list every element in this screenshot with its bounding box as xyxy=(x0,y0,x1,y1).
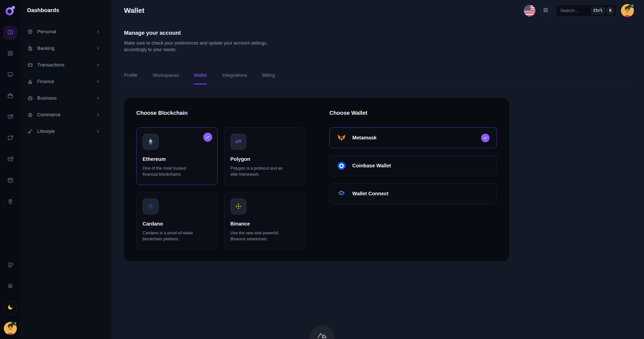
chevron-left-icon xyxy=(96,79,100,84)
tab-integrations[interactable]: Integrations xyxy=(222,72,247,84)
webcam-icon xyxy=(7,198,14,206)
rail-item-mail[interactable] xyxy=(3,153,17,167)
tab-workspaces[interactable]: Workspaces xyxy=(153,72,179,84)
coinbase-icon xyxy=(337,161,346,171)
selected-check-icon xyxy=(481,134,490,142)
chevron-left-icon xyxy=(96,29,100,34)
rail-item-apps[interactable] xyxy=(3,47,17,61)
blockchain-grid: Ethereum One of the most trusted financi… xyxy=(136,127,305,250)
sidebar-item-finance[interactable]: Finance xyxy=(27,77,111,87)
choose-wallet-section: Choose Wallet Metamask Coinbase Walle xyxy=(329,110,497,250)
wallet-option-walletconnect[interactable]: Wallet Connect xyxy=(329,183,497,204)
blockchain-name: Binance xyxy=(230,221,299,227)
chevron-left-icon xyxy=(96,129,100,134)
rail-item-dashboards[interactable] xyxy=(3,26,17,40)
gear-icon xyxy=(7,283,14,290)
search-input[interactable] xyxy=(560,8,589,13)
swatches-icon xyxy=(7,262,14,269)
wallet-option-metamask[interactable]: Metamask xyxy=(329,127,497,148)
icon-rail xyxy=(0,0,21,339)
section-heading: Manage your account xyxy=(124,30,634,36)
apps-grid-icon xyxy=(543,7,548,14)
wallet-name: Metamask xyxy=(352,135,377,141)
sidebar-item-banking[interactable]: Banking xyxy=(27,43,111,53)
online-status-dot xyxy=(630,4,634,8)
choose-blockchain-heading: Choose Blockchain xyxy=(136,110,305,116)
rail-item-design[interactable] xyxy=(3,258,17,273)
user-avatar[interactable] xyxy=(621,4,634,17)
layout-icon xyxy=(7,29,14,36)
bar-chart-icon xyxy=(27,79,33,85)
blockchain-description: Cardano is a proof-of-stake blockchain p… xyxy=(143,230,200,242)
rail-item-calendar[interactable] xyxy=(3,174,17,188)
chevron-left-icon xyxy=(96,63,100,67)
chart-message-icon xyxy=(7,114,14,121)
mountain-logo-icon xyxy=(316,325,329,339)
chat-icon xyxy=(7,135,14,142)
chevron-left-icon xyxy=(96,46,100,51)
wallet-panel: Choose Blockchain Ethereum One of the mo… xyxy=(124,98,509,261)
briefcase-icon xyxy=(27,95,33,101)
section-description: Make sure to check your preferences and … xyxy=(124,40,282,53)
tab-billing[interactable]: Billing xyxy=(262,72,275,84)
sidebar-item-commerce[interactable]: Commerce xyxy=(27,110,111,120)
wallet-name: Wallet Connect xyxy=(352,191,389,197)
rail-nav xyxy=(3,26,17,209)
rail-bottom xyxy=(3,258,17,335)
blockchain-name: Ethereum xyxy=(143,156,211,162)
calendar-icon xyxy=(7,177,14,184)
walletconnect-icon xyxy=(337,189,346,199)
blockchain-description: Polygon is a protocol and an elite frame… xyxy=(230,165,288,177)
sidebar-item-personal[interactable]: Personal xyxy=(27,27,111,37)
moon-icon xyxy=(7,304,13,311)
briefcase-icon xyxy=(7,92,14,100)
blockchain-card-polygon[interactable]: Polygon Polygon is a protocol and an eli… xyxy=(224,127,305,185)
sidebar-item-transactions[interactable]: Transactions xyxy=(27,60,111,70)
credit-card-icon xyxy=(27,62,33,68)
choose-blockchain-section: Choose Blockchain Ethereum One of the mo… xyxy=(136,110,305,250)
sidebar-title: Dashboards xyxy=(27,7,111,14)
rail-item-windows[interactable] xyxy=(3,68,17,82)
sidebar-item-business[interactable]: Business xyxy=(27,93,111,103)
rail-item-analytics[interactable] xyxy=(3,110,17,124)
blockchain-card-binance[interactable]: Binance Use the new and powerful Binance… xyxy=(224,192,305,250)
apps-launcher-button[interactable] xyxy=(540,5,551,16)
rail-user-avatar[interactable] xyxy=(4,322,17,335)
confetti-icon xyxy=(27,128,33,134)
metamask-fox-icon xyxy=(337,133,346,143)
chevron-left-icon xyxy=(96,112,100,117)
tab-profile[interactable]: Profile xyxy=(124,72,138,84)
apps-grid-icon xyxy=(7,50,14,58)
shortcut-k-key: K xyxy=(607,7,614,14)
topbar: Wallet Ctrl K xyxy=(124,0,634,21)
rail-item-settings[interactable] xyxy=(3,280,17,294)
wallet-list: Metamask Coinbase Wallet Wallet Con xyxy=(329,127,497,204)
window-icon xyxy=(7,71,14,79)
rail-item-business[interactable] xyxy=(3,89,17,103)
mail-icon xyxy=(7,156,14,163)
selected-check-icon xyxy=(203,133,212,142)
cardano-icon xyxy=(143,198,159,214)
basket-icon xyxy=(27,112,33,118)
account-section: Manage your account Make sure to check y… xyxy=(124,30,634,53)
wallet-option-coinbase[interactable]: Coinbase Wallet xyxy=(329,155,497,176)
blockchain-name: Cardano xyxy=(143,221,211,227)
rail-item-webcam[interactable] xyxy=(3,195,17,209)
language-flag-button[interactable] xyxy=(524,5,535,16)
bank-icon xyxy=(27,45,33,51)
tab-wallet[interactable]: Wallet xyxy=(194,72,207,84)
page-title: Wallet xyxy=(124,7,144,15)
brand-logo[interactable] xyxy=(5,5,16,17)
chevron-left-icon xyxy=(96,96,100,100)
dark-mode-toggle[interactable] xyxy=(3,301,17,315)
blockchain-card-cardano[interactable]: Cardano Cardano is a proof-of-stake bloc… xyxy=(136,192,218,250)
binance-icon xyxy=(230,198,246,214)
sidebar-item-lifestyle[interactable]: Lifestyle xyxy=(27,126,111,136)
blockchain-description: Use the new and powerful Binance smartch… xyxy=(230,230,288,242)
settings-tabs: Profile Workspaces Wallet Integrations B… xyxy=(124,72,634,84)
app-root: Dashboards Personal Banking Transactions… xyxy=(0,0,644,339)
blockchain-card-ethereum[interactable]: Ethereum One of the most trusted financi… xyxy=(136,127,218,185)
wallet-name: Coinbase Wallet xyxy=(352,163,391,169)
polygon-icon xyxy=(230,134,246,150)
rail-item-chat[interactable] xyxy=(3,131,17,145)
